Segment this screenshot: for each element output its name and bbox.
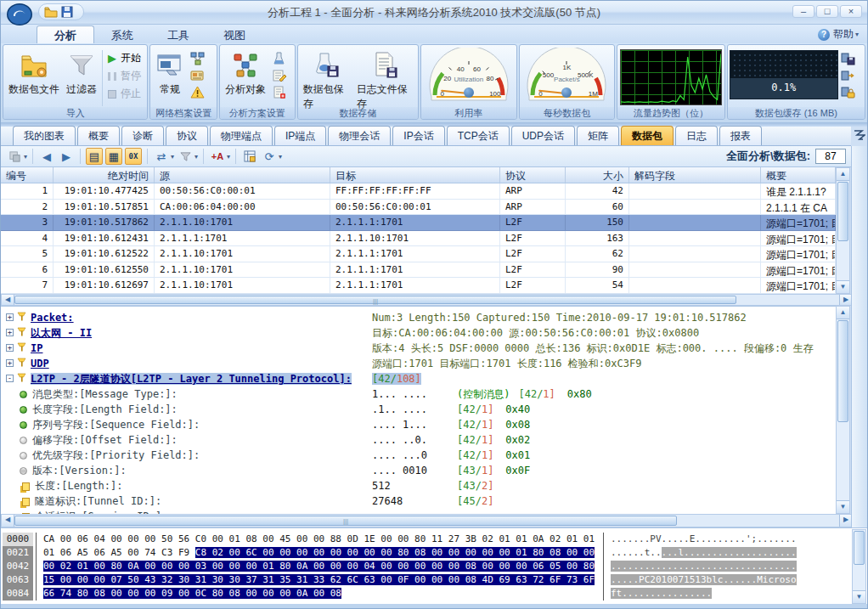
save-packets-button[interactable]: 数据包保存 bbox=[300, 48, 353, 113]
packet-row-6[interactable]: 619:01:10.6125502.1.1.10:17012.1.1.1:170… bbox=[1, 262, 836, 279]
packet-row-5[interactable]: 519:01:10.6125222.1.1.10:17012.1.1.1:170… bbox=[1, 246, 836, 262]
decode-node[interactable]: +Packet:Num:3 Length:150 Captured:150 Ti… bbox=[1, 310, 836, 325]
hex-row-0021[interactable]: 002101 06 A5 06 A5 00 74 C3 F9 C8 02 00 … bbox=[3, 546, 867, 560]
packet-file-button[interactable]: 数据包文件 bbox=[5, 48, 63, 99]
start-button[interactable]: ▶ 开始 bbox=[108, 51, 141, 65]
packet-row-1[interactable]: 119:01:10.47742500:50:56:C0:00:01FF:FF:F… bbox=[1, 183, 836, 200]
decode-node[interactable]: +以太网 - II目标:CA:00:06:04:00:00 源:00:50:56… bbox=[1, 325, 836, 341]
filter-button-large[interactable]: 过滤器 bbox=[63, 48, 100, 99]
expand-icon[interactable]: + bbox=[6, 344, 14, 352]
view-tab-IP端点[interactable]: IP端点 bbox=[274, 126, 326, 145]
forward-button[interactable]: ▶ bbox=[58, 148, 75, 165]
view-tab-报表[interactable]: 报表 bbox=[719, 126, 762, 145]
packet-decode-view-toggle[interactable]: ▦ bbox=[105, 148, 122, 165]
decode-field[interactable]: 优先级字段:[Priority Field:]:.... ...0[42/1]0… bbox=[1, 448, 836, 463]
chevron-down-icon[interactable]: ▾ bbox=[279, 153, 282, 161]
hex-ascii[interactable]: ft................ bbox=[603, 587, 712, 601]
decode-node[interactable]: +UDP源端口:1701 目标端口:1701 长度:116 检验和:0xC3F9 bbox=[1, 356, 836, 371]
chevron-down-icon[interactable]: ▾ bbox=[24, 153, 27, 161]
pause-button[interactable]: 暂停 bbox=[108, 69, 141, 83]
adapter-card-icon[interactable] bbox=[190, 69, 205, 82]
hex-row-0042[interactable]: 004200 02 01 00 80 0A 00 00 00 03 00 00 … bbox=[3, 560, 867, 573]
chevron-down-icon[interactable]: ▾ bbox=[227, 153, 230, 161]
hex-ascii[interactable]: ......t.....l.................... bbox=[603, 546, 797, 560]
view-tab-协议[interactable]: 协议 bbox=[166, 126, 208, 145]
view-tab-物理会话[interactable]: 物理会话 bbox=[328, 126, 391, 145]
edit-plan-icon[interactable] bbox=[272, 69, 286, 82]
column-header-目标[interactable]: 目标 bbox=[330, 167, 500, 183]
close-button[interactable]: × bbox=[840, 5, 862, 18]
hex-bytes[interactable]: CA 00 06 04 00 00 00 50 56 C0 00 01 08 0… bbox=[36, 533, 600, 546]
chevron-down-icon[interactable]: ▾ bbox=[171, 153, 174, 161]
decode-horizontal-scrollbar[interactable]: ◀ ||| ▶ bbox=[1, 514, 853, 527]
analysis-objects-button[interactable]: 分析对象 bbox=[222, 48, 269, 99]
expand-icon[interactable]: + bbox=[6, 313, 14, 321]
column-header-协议[interactable]: 协议 bbox=[500, 167, 566, 183]
menu-tab-分析[interactable]: 分析 bbox=[37, 25, 94, 44]
decode-field[interactable]: 隧道标识:[Tunnel ID:]:27648[45/2] bbox=[1, 493, 836, 509]
hex-bytes[interactable]: 00 02 01 00 80 0A 00 00 00 03 00 00 00 0… bbox=[36, 560, 600, 573]
packet-list-view-toggle[interactable]: ▤ bbox=[86, 148, 103, 165]
column-header-概要[interactable]: 概要 bbox=[761, 167, 836, 183]
general-settings-button[interactable]: 常规 bbox=[152, 48, 188, 99]
display-options-button[interactable] bbox=[241, 148, 258, 165]
panel-pin-icon[interactable] bbox=[852, 128, 865, 144]
hex-ascii[interactable]: ................................. bbox=[603, 560, 797, 573]
packet-list-header[interactable]: 编号绝对时间源目标协议大小解码字段概要 bbox=[1, 167, 836, 183]
hex-row-0063[interactable]: 006315 00 00 00 07 50 43 32 30 31 30 30 … bbox=[3, 573, 867, 587]
decode-field[interactable]: 偏移字段:[Offset Field:]:.... ..0.[42/1]0x02 bbox=[1, 432, 836, 448]
right-panel-strip[interactable] bbox=[851, 146, 867, 527]
view-tab-IP会话[interactable]: IP会话 bbox=[392, 126, 444, 145]
view-tab-我的图表[interactable]: 我的图表 bbox=[13, 126, 76, 145]
packet-list-horizontal-scrollbar[interactable]: ◀ ||| ▶ bbox=[1, 294, 853, 306]
view-tab-概要[interactable]: 概要 bbox=[77, 126, 120, 145]
decode-field[interactable]: 序列号字段:[Sequence Field:]:.... 1...[42/1]0… bbox=[1, 417, 836, 432]
decode-vertical-scrollbar[interactable]: ▲ ▼ bbox=[836, 306, 850, 514]
stop-button[interactable]: 停止 bbox=[108, 87, 141, 101]
menu-tab-工具[interactable]: 工具 bbox=[150, 26, 206, 44]
decode-field[interactable]: 版本:[Version:]:.... 0010[43/1]0x0F bbox=[1, 463, 836, 478]
hex-view-toggle[interactable]: 0X bbox=[125, 148, 142, 165]
expand-icon[interactable]: + bbox=[6, 329, 14, 336]
column-header-编号[interactable]: 编号 bbox=[1, 167, 54, 183]
view-tab-矩阵[interactable]: 矩阵 bbox=[577, 126, 619, 145]
app-logo-icon[interactable] bbox=[5, 2, 34, 27]
hex-bytes[interactable]: 15 00 00 00 07 50 43 32 30 31 30 30 37 3… bbox=[36, 573, 600, 587]
add-plan-icon[interactable] bbox=[272, 86, 286, 99]
decode-field[interactable]: 长度:[Length:]:512[43/2] bbox=[1, 478, 836, 493]
decode-node[interactable]: +IP版本:4 头长:5 DSF:0000 0000 总长:136 标识:0x0… bbox=[1, 341, 836, 356]
hex-row-0000[interactable]: 0000CA 00 06 04 00 00 00 50 56 C0 00 01 … bbox=[3, 533, 867, 546]
help-button[interactable]: ? 帮助 ▾ bbox=[818, 27, 859, 42]
buffer-lock-icon[interactable] bbox=[841, 86, 855, 99]
collapse-icon[interactable]: - bbox=[6, 375, 14, 382]
back-button[interactable]: ◀ bbox=[38, 148, 55, 165]
column-header-绝对时间[interactable]: 绝对时间 bbox=[54, 167, 155, 183]
menu-tab-系统[interactable]: 系统 bbox=[94, 26, 150, 44]
view-tab-UDP会话[interactable]: UDP会话 bbox=[511, 126, 575, 145]
column-header-源[interactable]: 源 bbox=[155, 167, 330, 183]
view-tab-诊断[interactable]: 诊断 bbox=[121, 126, 164, 145]
view-tab-TCP会话[interactable]: TCP会话 bbox=[447, 126, 510, 145]
highlight-color-button[interactable]: +A bbox=[209, 148, 226, 165]
maximize-button[interactable]: □ bbox=[816, 5, 838, 18]
packet-order-button[interactable]: ⇄ bbox=[153, 148, 170, 165]
hex-ascii[interactable]: .......PV.....E.........';....... bbox=[603, 533, 797, 546]
column-header-大小[interactable]: 大小 bbox=[566, 167, 629, 183]
decode-field[interactable]: 消息类型:[Message Type:]:1... ....(控制消息)[42/… bbox=[1, 386, 836, 402]
alarm-warning-icon[interactable] bbox=[190, 86, 205, 99]
refresh-button[interactable]: ⟳ bbox=[261, 148, 278, 165]
chevron-down-icon[interactable]: ▾ bbox=[194, 153, 198, 161]
packet-row-2[interactable]: 219:01:10.517851CA:00:06:04:00:0000:50:5… bbox=[1, 200, 836, 216]
hex-vertical-scrollbar[interactable]: ▼ bbox=[852, 529, 866, 604]
hex-row-0084[interactable]: 008466 74 80 08 00 00 00 09 00 0C 80 08 … bbox=[3, 587, 867, 601]
save-logs-button[interactable]: 日志文件保存 bbox=[353, 48, 416, 113]
packet-row-7[interactable]: 719:01:10.6126972.1.1.10:17012.1.1.1:170… bbox=[1, 278, 836, 294]
hex-ascii[interactable]: .....PC2010071513blc......Microso bbox=[603, 573, 797, 587]
packet-row-3[interactable]: 319:01:10.5178622.1.1.10:17012.1.1.1:170… bbox=[1, 215, 836, 231]
buffer-save-icon[interactable] bbox=[841, 52, 855, 65]
decode-field[interactable]: 长度字段:[Length Field:]:.1.. ....[42/1]0x40 bbox=[1, 402, 836, 417]
export-report-button[interactable] bbox=[6, 148, 23, 165]
view-tab-数据包[interactable]: 数据包 bbox=[621, 126, 674, 145]
minimize-button[interactable]: – bbox=[792, 5, 814, 18]
hex-bytes[interactable]: 66 74 80 08 00 00 00 09 00 0C 80 08 00 0… bbox=[36, 587, 600, 601]
